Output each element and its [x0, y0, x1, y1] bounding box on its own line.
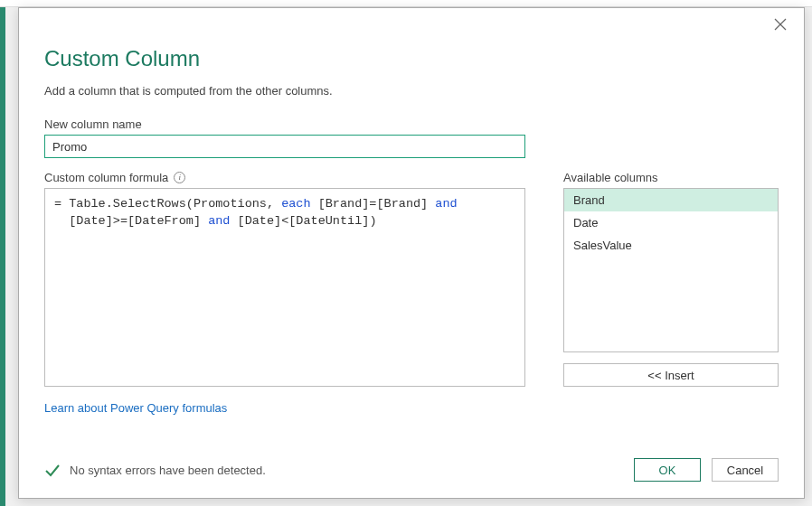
info-icon[interactable]: i: [174, 172, 185, 183]
close-button[interactable]: [773, 17, 791, 35]
ok-button[interactable]: OK: [634, 458, 701, 482]
new-column-name-label: New column name: [44, 117, 779, 131]
checkmark-icon: [44, 462, 61, 478]
learn-link[interactable]: Learn about Power Query formulas: [44, 401, 227, 415]
available-column-item[interactable]: SalesValue: [564, 234, 778, 257]
cancel-button[interactable]: Cancel: [712, 458, 779, 482]
available-column-item[interactable]: Date: [564, 211, 778, 234]
status-message: No syntax errors have been detected.: [70, 464, 266, 477]
dialog-subtitle: Add a column that is computed from the o…: [44, 84, 779, 98]
custom-column-dialog: Custom Column Add a column that is compu…: [18, 7, 805, 499]
available-columns-label: Available columns: [563, 171, 779, 184]
close-icon: [773, 21, 788, 34]
available-column-item[interactable]: Brand: [564, 189, 778, 211]
formula-input[interactable]: = Table.SelectRows(Promotions, each [Bra…: [44, 188, 525, 387]
background-header-stub: [0, 0, 812, 7]
formula-label: Custom column formula: [44, 171, 168, 184]
available-columns-list[interactable]: BrandDateSalesValue: [563, 188, 779, 352]
app-accent-bar: [0, 0, 5, 506]
new-column-name-input[interactable]: [44, 135, 525, 158]
dialog-title: Custom Column: [44, 46, 779, 71]
insert-button[interactable]: << Insert: [563, 363, 779, 387]
status-row: No syntax errors have been detected.: [44, 462, 266, 478]
